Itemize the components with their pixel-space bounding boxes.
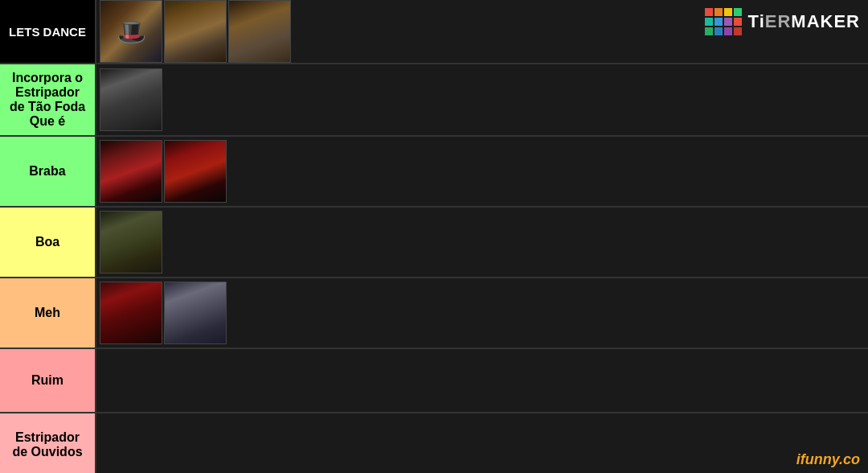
tier-row-c: Meh [0, 278, 868, 349]
tm-cell [724, 27, 732, 35]
tm-cell [705, 8, 713, 16]
tm-cell [705, 27, 713, 35]
tier-s-img1 [100, 68, 162, 131]
tier-a-img1 [100, 140, 162, 203]
ifunny-watermark: ifunny.co [796, 451, 860, 468]
tier-row-d: Ruim [0, 349, 868, 413]
tier-label-e: Estripador de Ouvidos [0, 413, 96, 473]
tiermaker-title-part2: ER [765, 11, 792, 31]
tm-cell [714, 27, 723, 35]
tier-c-img2 [164, 282, 227, 344]
tiermaker-title-part3: MAKER [791, 11, 860, 31]
tier-content-c [96, 278, 868, 348]
header-img-suit-man [100, 0, 162, 63]
tm-cell [734, 27, 742, 35]
tier-label-s: Incorpora o Estripador de Tão Foda Que é [0, 64, 96, 135]
tier-c-img1 [100, 282, 162, 344]
tier-label-b: Boa [0, 208, 96, 277]
tier-label-a: Braba [0, 137, 96, 206]
header-img-soldier2 [228, 0, 291, 63]
tier-label-c: Meh [0, 278, 96, 348]
tier-content-d [96, 349, 868, 412]
tm-cell [705, 18, 713, 26]
tier-content-a [96, 137, 868, 206]
tiermaker-logo: TiERMAKER [705, 8, 860, 35]
tier-row-a: Braba [0, 137, 868, 208]
tiermaker-title-part1: Ti [748, 11, 765, 31]
tm-cell [714, 18, 723, 26]
tiermaker-grid-icon [705, 8, 742, 35]
tier-content-b [96, 208, 868, 277]
tier-content-e [96, 413, 868, 473]
tier-content-s [96, 64, 868, 135]
tm-cell [734, 18, 742, 26]
header-label: LETS DANCE [0, 0, 96, 63]
tier-row-b: Boa [0, 208, 868, 278]
tm-cell [724, 18, 732, 26]
tier-row-s: Incorpora o Estripador de Tão Foda Que é [0, 64, 868, 137]
tier-label-d: Ruim [0, 349, 96, 412]
tier-row-e: Estripador de Ouvidos [0, 413, 868, 473]
tm-cell [724, 8, 732, 16]
tier-a-img2 [164, 140, 227, 203]
tiermaker-text: TiERMAKER [748, 11, 860, 32]
header-img-soldier1 [164, 0, 227, 63]
tm-cell [714, 8, 723, 16]
tm-cell [734, 8, 742, 16]
tier-b-img1 [100, 211, 162, 274]
